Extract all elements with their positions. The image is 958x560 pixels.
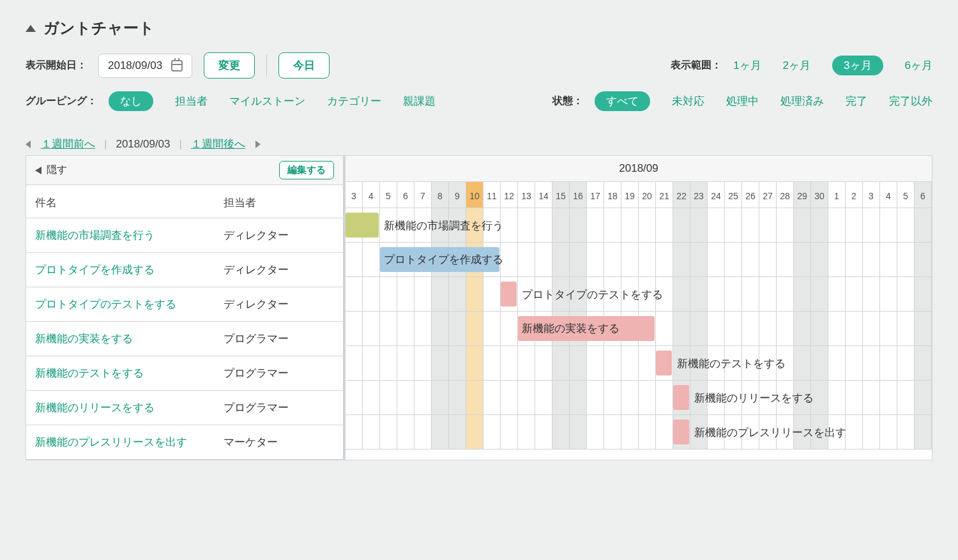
gantt-row: 新機能の実装をする <box>346 312 932 346</box>
day-header-cell: 12 <box>501 182 518 208</box>
day-header-cell: 25 <box>725 182 742 208</box>
gantt-row: 新機能のリリースをする <box>346 381 932 415</box>
gantt-bar[interactable]: 新機能の実装をする <box>518 316 655 341</box>
status-label: 状態： <box>552 95 583 108</box>
hide-arrow-icon <box>35 167 42 174</box>
task-assignee: ディレクター <box>224 228 334 243</box>
next-week-link[interactable]: １週間後へ <box>191 137 245 151</box>
day-header-cell: 26 <box>742 182 759 208</box>
gantt-bar[interactable]: 新機能の市場調査を行う <box>346 213 379 238</box>
prev-week-link[interactable]: １週間前へ <box>41 137 95 151</box>
day-header-cell: 4 <box>363 182 380 208</box>
calendar-icon <box>171 60 183 72</box>
status-option[interactable]: 完了 <box>846 94 867 109</box>
day-header-cell: 4 <box>880 182 897 208</box>
day-header-cell: 16 <box>570 182 587 208</box>
day-header-cell: 14 <box>535 182 552 208</box>
day-header-cell: 15 <box>552 182 570 208</box>
start-date-input[interactable]: 2018/09/03 <box>98 54 192 78</box>
grouping-option[interactable]: 親課題 <box>403 94 436 109</box>
range-option[interactable]: 2ヶ月 <box>783 58 810 73</box>
task-assignee: プログラマー <box>224 400 334 415</box>
task-row: 新機能のテストをするプログラマー <box>26 356 343 391</box>
grouping-option[interactable]: カテゴリー <box>327 94 381 109</box>
day-header-cell: 18 <box>604 182 621 208</box>
task-subject-link[interactable]: 新機能のリリースをする <box>35 400 224 415</box>
gantt-bar-label: 新機能のテストをする <box>677 356 786 370</box>
edit-button[interactable]: 編集する <box>279 161 334 179</box>
prev-week-arrow-icon[interactable] <box>26 140 31 148</box>
task-row: プロトタイプのテストをするディレクター <box>26 287 343 322</box>
task-assignee: プログラマー <box>224 331 334 346</box>
task-row: 新機能のリリースをするプログラマー <box>26 391 343 425</box>
day-header-cell: 6 <box>915 182 932 208</box>
day-header-cell: 24 <box>708 182 725 208</box>
grouping-option[interactable]: 担当者 <box>175 94 208 109</box>
gantt-bar-label: 新機能のリリースをする <box>694 390 814 405</box>
gantt-bar[interactable]: プロトタイプを作成する <box>380 247 499 272</box>
day-header-cell: 23 <box>690 182 708 208</box>
task-subject-link[interactable]: 新機能の実装をする <box>35 331 224 346</box>
gantt-bar-label: 新機能のプレスリリースを出す <box>694 425 846 439</box>
day-header-cell: 21 <box>656 182 673 208</box>
today-button[interactable]: 今日 <box>278 52 330 79</box>
day-header-cell: 11 <box>483 182 501 208</box>
collapse-caret-icon[interactable] <box>26 25 36 32</box>
task-assignee: プログラマー <box>224 366 334 381</box>
task-subject-link[interactable]: 新機能のテストをする <box>35 366 224 381</box>
day-header-cell: 17 <box>587 182 604 208</box>
gantt-chart: 隠す 編集する 件名 担当者 新機能の市場調査を行うディレクタープロトタイプを作… <box>26 155 932 460</box>
range-option[interactable]: 6ヶ月 <box>905 58 932 73</box>
day-header-cell: 22 <box>673 182 690 208</box>
gantt-bar[interactable]: 新機能のプレスリリースを出す <box>673 420 689 444</box>
status-option[interactable]: 処理済み <box>780 94 824 109</box>
gantt-row: 新機能の市場調査を行う <box>346 208 932 243</box>
status-option[interactable]: 処理中 <box>726 94 759 109</box>
gantt-bar[interactable]: 新機能のリリースをする <box>673 385 689 410</box>
task-subject-link[interactable]: 新機能の市場調査を行う <box>35 228 224 243</box>
day-header-cell: 10 <box>466 182 483 208</box>
day-header-cell: 30 <box>811 182 828 208</box>
col-header-assignee: 担当者 <box>224 195 334 210</box>
gantt-bar-label: プロトタイプのテストをする <box>522 287 663 301</box>
day-header-cell: 28 <box>777 182 794 208</box>
task-row: 新機能の市場調査を行うディレクター <box>26 218 343 253</box>
task-row: 新機能のプレスリリースを出すマーケター <box>26 425 343 460</box>
task-subject-link[interactable]: 新機能のプレスリリースを出す <box>35 435 224 450</box>
next-week-arrow-icon[interactable] <box>255 140 261 148</box>
task-row: 新機能の実装をするプログラマー <box>26 322 343 356</box>
page-title: ガントチャート <box>43 18 155 38</box>
gantt-row: 新機能のテストをする <box>346 346 932 381</box>
day-header-cell: 3 <box>863 182 880 208</box>
gantt-bar[interactable]: 新機能のテストをする <box>656 351 672 375</box>
day-header-cell: 8 <box>432 182 449 208</box>
task-assignee: ディレクター <box>224 297 334 312</box>
day-header-cell: 19 <box>621 182 639 208</box>
task-row: プロトタイプを作成するディレクター <box>26 253 343 287</box>
day-header-cell: 3 <box>346 182 363 208</box>
day-header-cell: 5 <box>897 182 915 208</box>
task-assignee: ディレクター <box>224 262 334 277</box>
range-option[interactable]: 3ヶ月 <box>832 56 883 75</box>
day-header-cell: 7 <box>414 182 432 208</box>
change-date-button[interactable]: 変更 <box>204 52 255 79</box>
task-subject-link[interactable]: プロトタイプのテストをする <box>35 297 224 312</box>
gantt-row: 新機能のプレスリリースを出す <box>346 415 932 450</box>
gantt-left-pane: 隠す 編集する 件名 担当者 新機能の市場調査を行うディレクタープロトタイプを作… <box>26 156 346 460</box>
status-option[interactable]: すべて <box>595 91 650 111</box>
range-option[interactable]: 1ヶ月 <box>733 58 761 73</box>
start-date-label: 表示開始日： <box>26 59 87 72</box>
status-option[interactable]: 完了以外 <box>889 94 932 109</box>
grouping-option[interactable]: なし <box>109 91 153 111</box>
gantt-bar-label: 新機能の市場調査を行う <box>384 218 503 232</box>
task-subject-link[interactable]: プロトタイプを作成する <box>35 262 224 277</box>
gantt-bar[interactable]: プロトタイプのテストをする <box>501 282 517 306</box>
status-option[interactable]: 未対応 <box>672 94 704 109</box>
range-label: 表示範囲： <box>671 59 722 72</box>
separator <box>266 55 267 77</box>
day-header-cell: 29 <box>794 182 811 208</box>
nav-current-date: 2018/09/03 <box>116 138 170 151</box>
grouping-option[interactable]: マイルストーン <box>229 94 305 109</box>
hide-panel-button[interactable]: 隠す <box>35 163 67 177</box>
day-header-cell: 5 <box>380 182 397 208</box>
